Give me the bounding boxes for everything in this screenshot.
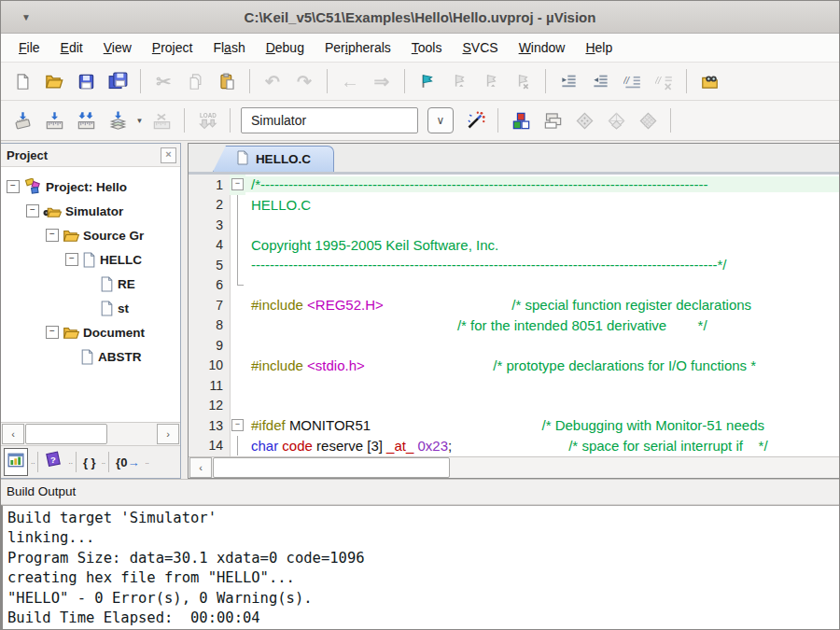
fold-margin[interactable]: − [230, 175, 245, 195]
expand-collapse-icon[interactable]: − [46, 229, 59, 242]
scroll-left-icon[interactable]: ‹ [2, 424, 24, 444]
project-panel: Project × −Project: Hello−Simulator−Sour… [1, 143, 181, 479]
open-file-icon[interactable] [41, 68, 67, 94]
panel-splitter[interactable] [181, 141, 188, 479]
tree-item-simulator[interactable]: −Simulator [1, 199, 180, 223]
code-line[interactable]: 7#include <REG52.H> /* special function … [189, 295, 839, 315]
scroll-right-icon[interactable]: › [157, 424, 179, 444]
tree-item-st[interactable]: st [1, 296, 180, 320]
next-bookmark-icon[interactable] [478, 68, 504, 94]
new-file-icon[interactable] [9, 68, 35, 94]
diamond-dots-icon[interactable] [571, 107, 597, 133]
tree-item-hellc[interactable]: −HELLC [1, 247, 180, 272]
scroll-left-icon[interactable]: ‹ [189, 457, 212, 478]
toolbar-separator [140, 69, 141, 93]
windows-stack-icon[interactable] [539, 107, 566, 133]
panel-tab-project[interactable] [4, 448, 28, 476]
code-line[interactable]: 1−/*------------------------------------… [189, 175, 839, 195]
save-icon[interactable] [73, 68, 99, 94]
outdent-icon[interactable] [587, 68, 613, 94]
code-line[interactable]: 9 [189, 335, 839, 356]
diamond-kite-icon[interactable] [603, 107, 629, 133]
options-wand-icon[interactable] [462, 107, 488, 133]
code-line[interactable]: 3 [189, 215, 839, 235]
comment-icon[interactable]: // [619, 68, 645, 94]
code-line[interactable]: 13−#ifdef MONITOR51 /* Debugging with Mo… [189, 415, 839, 436]
menu-edit[interactable]: Edit [50, 40, 93, 55]
scrollbar-thumb[interactable] [25, 424, 107, 444]
target-chevron-icon[interactable]: ∨ [427, 107, 454, 133]
code-line[interactable]: 4Copyright 1995-2005 Keil Software, Inc. [189, 235, 839, 256]
fold-margin[interactable]: − [230, 415, 245, 436]
rebuild-icon[interactable] [73, 107, 99, 133]
menu-flash[interactable]: Flash [203, 40, 255, 55]
menu-peripherals[interactable]: Peripherals [315, 40, 401, 55]
tree-item-label: Document [83, 326, 145, 340]
line-number: 5 [189, 258, 230, 273]
stop-build-icon[interactable] [148, 107, 175, 133]
project-panel-hscrollbar[interactable]: ‹ › [1, 422, 180, 445]
editor-hscrollbar[interactable]: ‹ [189, 456, 839, 478]
menu-window[interactable]: Window [509, 40, 576, 55]
uncomment-icon[interactable]: // [651, 68, 677, 94]
cut-icon[interactable]: ✂ [150, 68, 176, 94]
paste-icon[interactable] [214, 68, 240, 94]
batch-build-dropdown-icon[interactable]: ▼ [133, 108, 146, 133]
expand-collapse-icon[interactable]: − [46, 326, 59, 339]
menu-project[interactable]: Project [142, 40, 203, 55]
undo-icon[interactable]: ↶ [259, 68, 286, 94]
build-output-console[interactable]: Build target 'Simulator'linking...Progra… [1, 505, 839, 630]
code-line[interactable]: 12 [189, 396, 839, 416]
menu-view[interactable]: View [93, 40, 142, 55]
find-in-files-icon[interactable] [696, 68, 722, 94]
tab-hello-c[interactable]: HELLO.C [213, 146, 334, 172]
save-all-icon[interactable] [105, 68, 131, 94]
pin-icon[interactable] [140, 147, 157, 163]
tree-item-source-gr[interactable]: −Source Gr [1, 223, 180, 247]
expand-collapse-icon[interactable]: − [65, 253, 78, 266]
panel-tab-functions[interactable]: { } [80, 449, 99, 475]
panel-tab-books[interactable]: ? [42, 449, 65, 475]
code-line[interactable]: 11 [189, 375, 839, 396]
bookmark-icon[interactable] [414, 68, 441, 94]
fold-margin [230, 295, 245, 315]
tree-item-re[interactable]: RE [1, 272, 180, 296]
build-icon[interactable] [41, 107, 67, 133]
target-select[interactable]: Simulator [241, 107, 418, 133]
copy-icon[interactable] [182, 68, 208, 94]
prev-bookmark-icon[interactable] [446, 68, 472, 94]
menu-file[interactable]: File [8, 40, 50, 55]
load-icon[interactable]: LOAD [194, 107, 220, 133]
tree-item-abstr[interactable]: ABSTR [1, 344, 180, 369]
tree-item-document[interactable]: −Document [1, 320, 180, 344]
nav-forward-icon[interactable]: ⇒ [369, 68, 395, 94]
diamond-mesh-icon[interactable] [635, 107, 661, 133]
redo-icon[interactable]: ↷ [291, 68, 317, 94]
indent-icon[interactable] [555, 68, 581, 94]
translate-icon[interactable] [9, 107, 35, 133]
nav-back-icon[interactable]: ← [337, 68, 363, 94]
panel-tab-templates[interactable]: {0→ [113, 449, 142, 475]
code-line[interactable]: 14char code reserve [3] _at_ 0x23; /* sp… [189, 436, 839, 456]
expand-collapse-icon[interactable]: − [7, 180, 20, 193]
tree-item-label: HELLC [100, 253, 142, 267]
menu-tools[interactable]: Tools [401, 40, 453, 55]
menu-svcs[interactable]: SVCS [452, 40, 508, 55]
code-line[interactable]: 6 [189, 275, 839, 296]
batch-build-icon[interactable] [105, 107, 131, 133]
close-icon[interactable]: × [161, 147, 176, 163]
code-editor[interactable]: 1−/*------------------------------------… [189, 175, 839, 456]
fold-margin [230, 215, 245, 235]
expand-collapse-icon[interactable]: − [26, 204, 39, 217]
code-line[interactable]: 2HELLO.C [189, 195, 839, 216]
clear-bookmarks-icon[interactable] [510, 68, 536, 94]
menu-help[interactable]: Help [575, 40, 623, 55]
tree-item-project-hello[interactable]: −Project: Hello [1, 175, 180, 199]
manage-rte-icon[interactable] [508, 107, 534, 133]
menu-debug[interactable]: Debug [256, 40, 315, 55]
code-line[interactable]: 5---------------------------------------… [189, 255, 839, 275]
scrollbar-thumb[interactable] [213, 457, 450, 478]
code-text: /* for the intended 8051 derivative */ [245, 317, 839, 333]
code-line[interactable]: 8 /* for the intended 8051 derivative */ [189, 315, 839, 336]
code-line[interactable]: 10#include <stdio.h> /* prototype declar… [189, 356, 839, 376]
